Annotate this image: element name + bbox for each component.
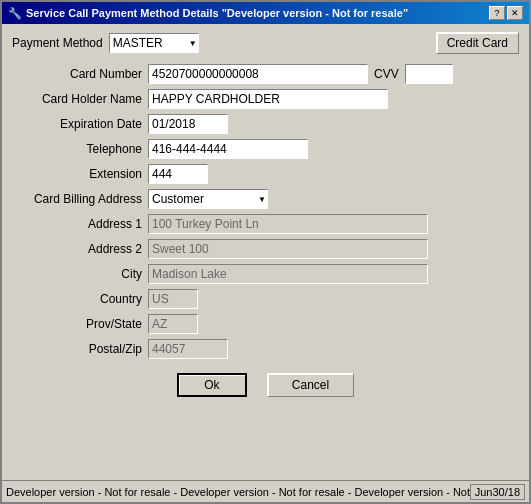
window-icon: 🔧: [8, 7, 22, 20]
extension-label: Extension: [12, 167, 142, 181]
card-billing-label: Card Billing Address: [12, 192, 142, 206]
postal-zip-input[interactable]: [148, 339, 228, 359]
city-label: City: [12, 267, 142, 281]
extension-input[interactable]: [148, 164, 208, 184]
form-grid: Card Number CVV Card Holder Name Expirat…: [12, 64, 519, 359]
card-billing-select[interactable]: Customer Custom: [148, 189, 268, 209]
card-holder-field: [148, 89, 519, 109]
status-date: Jun30/18: [470, 484, 525, 500]
top-row: Payment Method MASTER VISA AMEX ▼ Credit…: [12, 32, 519, 54]
country-label: Country: [12, 292, 142, 306]
address2-input[interactable]: [148, 239, 428, 259]
cvv-input[interactable]: [405, 64, 453, 84]
payment-method-select[interactable]: MASTER VISA AMEX: [109, 33, 199, 53]
payment-method-label: Payment Method: [12, 36, 103, 50]
window-title: Service Call Payment Method Details "Dev…: [26, 7, 408, 19]
city-input[interactable]: [148, 264, 428, 284]
telephone-field: [148, 139, 519, 159]
card-holder-label: Card Holder Name: [12, 92, 142, 106]
card-holder-input[interactable]: [148, 89, 388, 109]
address2-field: [148, 239, 519, 259]
telephone-input[interactable]: [148, 139, 308, 159]
cancel-button[interactable]: Cancel: [267, 373, 354, 397]
card-number-field-row: CVV: [148, 64, 519, 84]
ok-button[interactable]: Ok: [177, 373, 247, 397]
card-billing-field: Customer Custom ▼: [148, 189, 519, 209]
buttons-row: Ok Cancel: [12, 373, 519, 397]
expiration-input[interactable]: [148, 114, 228, 134]
country-input[interactable]: [148, 289, 198, 309]
card-billing-select-wrapper: Customer Custom ▼: [148, 189, 268, 209]
country-field: [148, 289, 519, 309]
postal-zip-field: [148, 339, 519, 359]
prov-state-label: Prov/State: [12, 317, 142, 331]
close-button[interactable]: ✕: [507, 6, 523, 20]
help-button[interactable]: ?: [489, 6, 505, 20]
status-bar: Developer version - Not for resale - Dev…: [2, 480, 529, 502]
expiration-field: [148, 114, 519, 134]
address2-label: Address 2: [12, 242, 142, 256]
city-field: [148, 264, 519, 284]
title-bar: 🔧 Service Call Payment Method Details "D…: [2, 2, 529, 24]
payment-method-select-wrapper: MASTER VISA AMEX ▼: [109, 33, 199, 53]
expiration-label: Expiration Date: [12, 117, 142, 131]
prov-state-input[interactable]: [148, 314, 198, 334]
prov-state-field: [148, 314, 519, 334]
card-number-label: Card Number: [12, 67, 142, 81]
payment-method-row: Payment Method MASTER VISA AMEX ▼: [12, 33, 199, 53]
title-bar-left: 🔧 Service Call Payment Method Details "D…: [8, 7, 408, 20]
card-number-input[interactable]: [148, 64, 368, 84]
telephone-label: Telephone: [12, 142, 142, 156]
window-content: Payment Method MASTER VISA AMEX ▼ Credit…: [2, 24, 529, 480]
status-text: Developer version - Not for resale - Dev…: [6, 486, 470, 498]
address1-label: Address 1: [12, 217, 142, 231]
title-bar-buttons: ? ✕: [489, 6, 523, 20]
address1-field: [148, 214, 519, 234]
main-window: 🔧 Service Call Payment Method Details "D…: [0, 0, 531, 504]
extension-field: [148, 164, 519, 184]
postal-zip-label: Postal/Zip: [12, 342, 142, 356]
address1-input[interactable]: [148, 214, 428, 234]
cvv-label: CVV: [374, 67, 399, 81]
credit-card-button[interactable]: Credit Card: [436, 32, 519, 54]
